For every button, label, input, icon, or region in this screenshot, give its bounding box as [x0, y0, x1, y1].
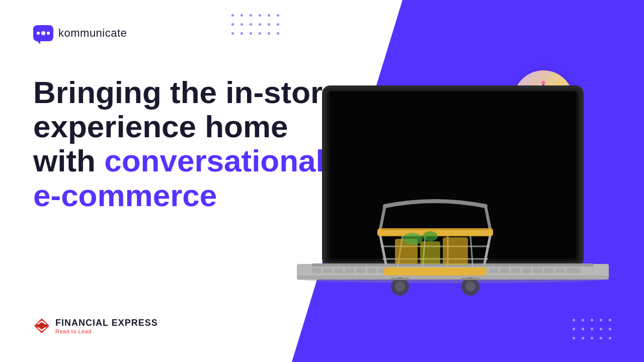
svg-rect-48: [567, 268, 581, 273]
dot: [259, 14, 261, 17]
svg-point-75: [403, 233, 423, 245]
dot: [250, 32, 252, 35]
dot: [259, 32, 261, 35]
headline-line2: experience home: [33, 109, 288, 144]
fe-name: FINANCIAL EXPRESS: [55, 318, 158, 328]
shopping-cart: [370, 191, 501, 312]
fe-icon: [33, 317, 50, 334]
svg-rect-74: [443, 237, 468, 265]
svg-rect-26: [323, 268, 332, 273]
logo-dot: [47, 32, 50, 35]
headline-line4: e-commerce: [33, 178, 217, 213]
logo-dot: [37, 32, 40, 35]
svg-rect-27: [334, 268, 343, 273]
svg-line-56: [483, 234, 491, 272]
fe-text: FINANCIAL EXPRESS Read to Lead: [55, 318, 158, 334]
logo-dot: [41, 31, 45, 35]
dot: [277, 14, 279, 17]
svg-rect-73: [420, 241, 440, 264]
logo[interactable]: kommunicate: [33, 25, 127, 41]
svg-rect-45: [533, 268, 542, 273]
svg-rect-29: [356, 268, 365, 273]
svg-line-53: [486, 206, 491, 231]
svg-rect-25: [312, 268, 321, 273]
dot: [231, 14, 234, 17]
dot: [250, 14, 252, 17]
dot: [250, 23, 252, 26]
logo-icon: [33, 25, 53, 41]
svg-line-55: [380, 234, 387, 272]
svg-rect-43: [511, 268, 520, 273]
dot: [231, 32, 234, 35]
svg-point-69: [465, 282, 475, 292]
logo-dots: [37, 31, 50, 35]
dot: [240, 32, 243, 35]
dot: [268, 14, 270, 17]
svg-rect-65: [384, 267, 487, 276]
dot: [231, 23, 234, 26]
svg-line-61: [470, 235, 473, 269]
dot: [240, 14, 243, 17]
svg-rect-42: [500, 268, 509, 273]
svg-rect-47: [555, 268, 565, 273]
dot: [240, 23, 243, 26]
dot: [268, 23, 270, 26]
svg-rect-46: [544, 268, 553, 273]
headline-line3-plain: with: [33, 143, 104, 178]
financial-express-logo: FINANCIAL EXPRESS Read to Lead: [33, 317, 158, 334]
svg-rect-28: [345, 268, 354, 273]
brand-name: kommunicate: [58, 27, 127, 40]
dot-grid-top: [231, 14, 282, 37]
svg-line-52: [380, 206, 385, 231]
svg-rect-44: [522, 268, 531, 273]
dot: [277, 32, 279, 35]
fe-tagline: Read to Lead: [55, 328, 158, 334]
dot: [268, 32, 270, 35]
dot: [259, 23, 261, 26]
svg-point-76: [423, 231, 438, 241]
dot: [277, 23, 279, 26]
svg-point-67: [395, 282, 405, 292]
